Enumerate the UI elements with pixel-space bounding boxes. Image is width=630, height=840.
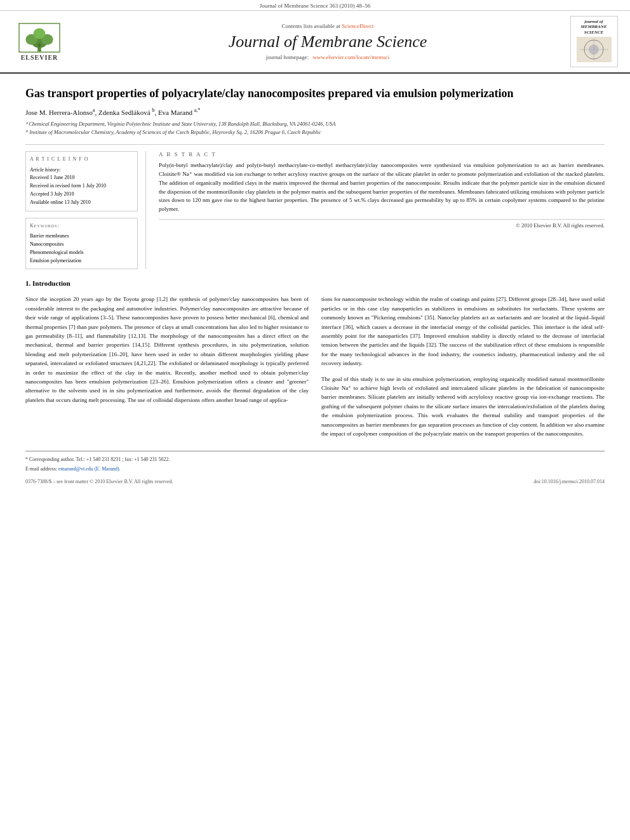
journal-header-center: Contents lists available at ScienceDirec… <box>90 16 565 67</box>
elsevier-logo: ELSEVIER <box>8 23 71 61</box>
keyword-4: Emulsion polymerization <box>30 257 133 265</box>
homepage-label: journal homepage: <box>266 54 309 60</box>
keywords-section-title: Keywords: <box>30 222 133 230</box>
article-history-label: Article history: <box>30 166 133 175</box>
top-citation-bar: Journal of Membrane Science 363 (2010) 4… <box>0 0 630 11</box>
abstract-text: Poly(n-butyl methacrylate)/clay and poly… <box>159 161 605 215</box>
email-line: E-mail address: emarand@vt.edu (E. Maran… <box>25 465 605 474</box>
affiliation-a: ᵃ Chemical Engineering Department, Virgi… <box>25 120 605 128</box>
revised-date: Received in revised form 1 July 2010 <box>30 182 133 190</box>
science-direct-line: Contents lists available at ScienceDirec… <box>282 23 374 29</box>
body-col-right: tions for nanocomposite technology withi… <box>321 295 605 438</box>
body-two-columns: Since the inception 20 years ago by the … <box>25 295 605 438</box>
journal-citation: Journal of Membrane Science 363 (2010) 4… <box>260 3 370 9</box>
received-date: Received 1 June 2010 <box>30 174 133 182</box>
svg-point-4 <box>34 28 46 39</box>
journal-title: Journal of Membrane Science <box>229 32 427 51</box>
affiliations: ᵃ Chemical Engineering Department, Virgi… <box>25 120 605 137</box>
keyword-3: Phenomenological models <box>30 249 133 257</box>
elsevier-tree-icon <box>17 23 62 53</box>
article-footer: * Corresponding author. Tel.: +1 540 231… <box>25 451 605 484</box>
intro-col1-text: Since the inception 20 years ago by the … <box>25 295 309 404</box>
intro-col2-para2: The goal of this study is to use in situ… <box>321 375 605 439</box>
doi-line: doi:10.1016/j.memsci.2010.07.014 <box>533 479 605 484</box>
available-date: Available online 13 July 2010 <box>30 199 133 207</box>
article-info-section-title: A R T I C L E I N F O <box>30 156 133 164</box>
article-info-box: A R T I C L E I N F O Article history: R… <box>25 151 138 211</box>
copyright-line: © 2010 Elsevier B.V. All rights reserved… <box>159 219 605 229</box>
left-column: A R T I C L E I N F O Article history: R… <box>25 151 146 270</box>
journal-badge-area: journal of MEMBRANE SCIENCE <box>565 16 622 67</box>
keyword-1: Barrier membranes <box>30 232 133 241</box>
main-content: Gas transport properties of polyacrylate… <box>0 74 630 495</box>
authors-line: Jose M. Herrera-Alonsoa, Zdenka Sedlákov… <box>25 108 605 117</box>
issn-line: 0376-7388/$ – see front matter © 2010 El… <box>25 479 173 484</box>
footer-bottom: 0376-7388/$ – see front matter © 2010 El… <box>25 479 605 484</box>
corresponding-author-note: * Corresponding author. Tel.: +1 540 231… <box>25 455 605 464</box>
intro-col2-text: tions for nanocomposite technology withi… <box>321 295 605 368</box>
journal-badge: journal of MEMBRANE SCIENCE <box>570 16 618 67</box>
right-column: A B S T R A C T Poly(n-butyl methacrylat… <box>159 151 605 270</box>
elsevier-logo-area: ELSEVIER <box>8 16 90 67</box>
elsevier-wordmark: ELSEVIER <box>21 54 58 61</box>
body-col-left: Since the inception 20 years ago by the … <box>25 295 309 438</box>
badge-line1: journal of MEMBRANE SCIENCE <box>573 19 615 35</box>
svg-rect-5 <box>38 43 41 46</box>
homepage-url[interactable]: www.elsevier.com/locate/memsci <box>312 54 389 60</box>
abstract-title: A B S T R A C T <box>159 151 605 157</box>
introduction-section: 1. Introduction Since the inception 20 y… <box>25 279 605 438</box>
article-title: Gas transport properties of polyacrylate… <box>25 86 605 101</box>
keyword-2: Nanocomposites <box>30 241 133 249</box>
science-direct-name[interactable]: ScienceDirect <box>342 23 373 29</box>
intro-heading: 1. Introduction <box>25 279 605 287</box>
email-label: E-mail address: <box>25 466 57 472</box>
author-names: Jose M. Herrera-Alonsoa, Zdenka Sedlákov… <box>25 109 200 116</box>
contents-label: Contents lists available at <box>282 23 340 29</box>
badge-image <box>577 37 612 62</box>
accepted-date: Accepted 3 July 2010 <box>30 190 133 199</box>
keywords-box: Keywords: Barrier membranes Nanocomposit… <box>25 218 138 270</box>
affiliation-b: ᵇ Institute of Macromolecular Chemistry,… <box>25 128 605 137</box>
article-info-abstract: A R T I C L E I N F O Article history: R… <box>25 144 605 270</box>
email-address: emarand@vt.edu (E. Marand). <box>58 466 121 472</box>
journal-header: ELSEVIER Contents lists available at Sci… <box>0 11 630 74</box>
journal-homepage-line: journal homepage: www.elsevier.com/locat… <box>266 54 389 60</box>
